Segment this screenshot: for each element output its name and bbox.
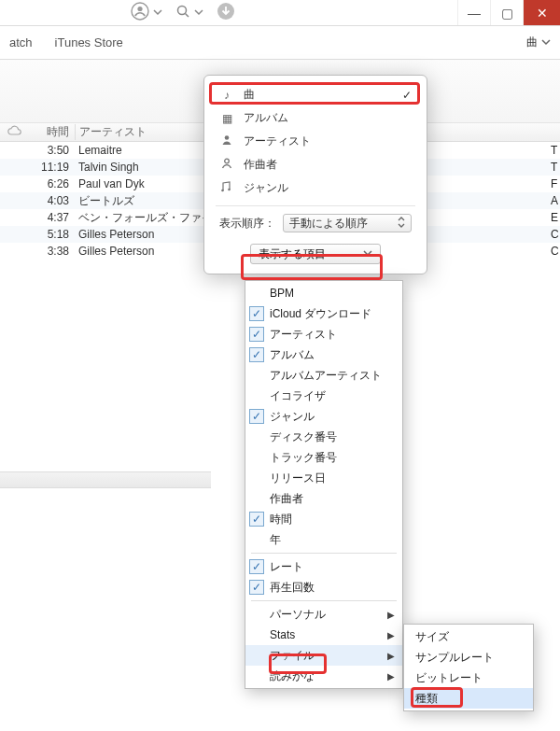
field-album-artist[interactable]: ✓アルバムアーティスト [245, 365, 402, 386]
tab-match[interactable]: atch [9, 35, 33, 49]
view-option-composers[interactable]: 作曲者 [204, 153, 427, 176]
view-option-albums[interactable]: ▦ アルバム [204, 106, 427, 130]
track-time: 5:18 [28, 228, 75, 241]
track-time: 3:38 [28, 245, 75, 258]
album-icon: ▦ [219, 112, 234, 125]
search-icon[interactable] [175, 4, 190, 21]
file-bitrate[interactable]: ビットレート [404, 668, 533, 688]
track-extra: T [551, 161, 560, 174]
display-fields-menu: ✓BPM ✓iCloud ダウンロード ✓アーティスト ✓アルバム ✓アルバムア… [245, 280, 403, 689]
field-play-count[interactable]: ✓再生回数 [245, 577, 402, 597]
field-composer[interactable]: ✓作曲者 [245, 488, 402, 509]
track-time: 4:03 [28, 194, 75, 207]
window-maximize[interactable]: ▢ [490, 0, 523, 25]
view-selector[interactable]: 曲 [526, 35, 551, 50]
updown-icon [398, 217, 405, 231]
user-icon[interactable] [131, 2, 149, 23]
field-bpm[interactable]: ✓BPM [245, 283, 402, 303]
chevron-down-icon[interactable] [153, 7, 162, 20]
track-extra: C [551, 245, 560, 258]
svg-line-3 [186, 14, 189, 18]
window-minimize[interactable]: — [457, 0, 490, 25]
field-personal-submenu[interactable]: ✓パーソナル▶ [245, 604, 402, 625]
svg-point-8 [228, 189, 231, 191]
track-extra: E [551, 211, 560, 224]
chevron-down-icon[interactable] [194, 7, 203, 20]
field-stats-submenu[interactable]: ✓Stats▶ [245, 625, 402, 645]
field-album[interactable]: ✓アルバム [245, 344, 402, 365]
chevron-right-icon: ▶ [387, 671, 395, 682]
track-time: 3:50 [28, 144, 75, 157]
sort-order-select[interactable]: 手動による順序 [283, 214, 412, 232]
view-selector-label: 曲 [526, 35, 538, 50]
field-rating[interactable]: ✓レート [245, 556, 402, 577]
field-release-date[interactable]: ✓リリース日 [245, 468, 402, 488]
cloud-icon [7, 125, 21, 139]
field-track-number[interactable]: ✓トラック番号 [245, 447, 402, 468]
chevron-down-icon [541, 36, 551, 49]
svg-point-6 [225, 159, 230, 163]
check-icon: ✓ [402, 89, 412, 102]
field-icloud-download[interactable]: ✓iCloud ダウンロード [245, 303, 402, 324]
field-artist[interactable]: ✓アーティスト [245, 324, 402, 344]
view-popover: ♪ 曲 ✓ ▦ アルバム アーティスト 作曲者 ジャンル [203, 75, 427, 274]
track-extra: T [551, 144, 560, 157]
field-time[interactable]: ✓時間 [245, 509, 402, 529]
display-fields-button[interactable]: 表示する項目 [250, 244, 381, 264]
field-equalizer[interactable]: ✓イコライザ [245, 386, 402, 406]
sort-order-label: 表示順序： [219, 216, 275, 232]
file-submenu: サイズ サンプルレート ビットレート 種類 [403, 624, 534, 711]
view-option-genres[interactable]: ジャンル [204, 176, 427, 200]
tab-itunes-store[interactable]: iTunes Store [55, 35, 123, 49]
window-close[interactable]: ✕ [523, 0, 560, 25]
track-extra: F [551, 177, 560, 190]
track-extra: A [551, 194, 560, 207]
download-icon[interactable] [217, 2, 235, 23]
status-bar [0, 471, 211, 488]
music-note-icon: ♪ [219, 89, 234, 102]
svg-point-5 [225, 135, 230, 140]
track-extra: C [551, 228, 560, 241]
column-time[interactable]: 時間 [28, 124, 75, 140]
genre-icon [219, 180, 234, 196]
field-disc-number[interactable]: ✓ディスク番号 [245, 427, 402, 447]
artist-icon [219, 134, 234, 149]
field-genre[interactable]: ✓ジャンル [245, 406, 402, 427]
chevron-right-icon: ▶ [387, 610, 395, 620]
view-option-songs[interactable]: ♪ 曲 ✓ [204, 83, 427, 106]
svg-point-2 [178, 7, 187, 15]
view-option-artists[interactable]: アーティスト [204, 130, 427, 153]
file-kind[interactable]: 種類 [404, 688, 533, 709]
file-sample-rate[interactable]: サンプルレート [404, 647, 533, 668]
svg-point-7 [221, 190, 224, 192]
field-year[interactable]: ✓年 [245, 529, 402, 550]
chevron-right-icon: ▶ [387, 630, 395, 640]
field-sort-readings-submenu[interactable]: ✓読みがな▶ [245, 666, 402, 686]
chevron-down-icon [363, 247, 372, 260]
field-file-submenu[interactable]: ✓ファイル▶ [245, 645, 402, 666]
chevron-right-icon: ▶ [387, 651, 395, 661]
track-time: 6:26 [28, 177, 75, 190]
track-time: 11:19 [28, 161, 75, 174]
track-time: 4:37 [28, 211, 75, 224]
svg-point-1 [137, 7, 142, 11]
file-size[interactable]: サイズ [404, 626, 533, 647]
composer-icon [219, 157, 234, 173]
